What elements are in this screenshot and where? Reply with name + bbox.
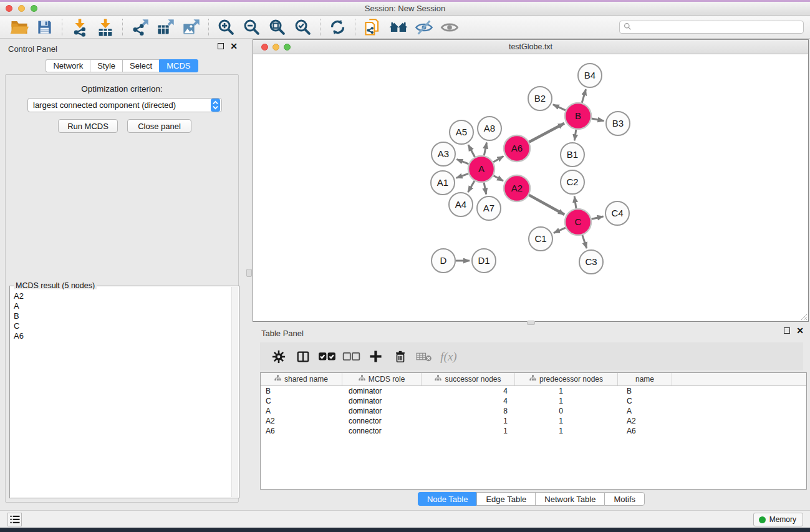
- edge-A-A8[interactable]: [484, 143, 486, 156]
- save-session-icon[interactable]: [32, 17, 57, 37]
- node-B[interactable]: B: [565, 103, 591, 129]
- edge-A-A7[interactable]: [484, 183, 486, 195]
- node-C2[interactable]: C2: [561, 170, 584, 194]
- edge-B-B3[interactable]: [592, 118, 604, 121]
- optimization-criterion-select[interactable]: largest connected component (directed): [27, 98, 222, 112]
- task-history-button[interactable]: [7, 513, 22, 526]
- resize-grip[interactable]: [800, 313, 808, 321]
- network-minimize-button[interactable]: [272, 44, 279, 51]
- float-table-panel-icon[interactable]: [784, 327, 790, 334]
- close-window-button[interactable]: [6, 5, 12, 12]
- show-all-icon[interactable]: [436, 17, 462, 37]
- column-header-shared-name[interactable]: shared name: [261, 373, 342, 385]
- node-A4[interactable]: A4: [449, 193, 473, 216]
- tab-network[interactable]: Network: [46, 59, 90, 72]
- node-A1[interactable]: A1: [431, 171, 455, 195]
- node-C[interactable]: C: [565, 209, 591, 235]
- select-all-icon[interactable]: [315, 346, 339, 368]
- tab-style[interactable]: Style: [90, 59, 122, 72]
- edge-B-B1[interactable]: [574, 130, 576, 140]
- edge-C-C3[interactable]: [582, 235, 587, 248]
- delete-column-icon[interactable]: [388, 346, 412, 368]
- table-row[interactable]: A2connector11A2: [261, 416, 806, 426]
- edge-A-A4[interactable]: [468, 181, 475, 192]
- zoom-fit-icon[interactable]: [264, 17, 290, 37]
- run-mcds-button[interactable]: Run MCDS: [58, 119, 118, 133]
- network-maximize-button[interactable]: [284, 44, 291, 51]
- close-panel-icon[interactable]: ✕: [230, 43, 238, 49]
- edge-C-C2[interactable]: [574, 196, 576, 208]
- node-B1[interactable]: B1: [561, 143, 584, 167]
- edge-A-A3[interactable]: [456, 159, 468, 164]
- edge-C-C4[interactable]: [591, 216, 603, 219]
- minimize-window-button[interactable]: [18, 5, 25, 12]
- zoom-out-icon[interactable]: [239, 17, 264, 37]
- import-network-icon[interactable]: [67, 17, 92, 37]
- mcds-result-item[interactable]: B: [14, 311, 231, 321]
- node-B3[interactable]: B3: [606, 112, 630, 135]
- column-header-name[interactable]: name: [618, 373, 672, 385]
- tab-select[interactable]: Select: [122, 59, 159, 72]
- node-A7[interactable]: A7: [477, 196, 501, 220]
- export-image-icon[interactable]: [178, 17, 204, 37]
- export-network-icon[interactable]: [127, 17, 153, 37]
- table-row[interactable]: A6connector11A6: [261, 426, 806, 436]
- close-table-panel-icon[interactable]: ✕: [796, 327, 804, 334]
- mcds-result-item[interactable]: A6: [14, 331, 231, 341]
- mcds-result-item[interactable]: C: [14, 321, 231, 331]
- edge-A-A2[interactable]: [493, 176, 503, 181]
- close-panel-button[interactable]: Close panel: [127, 119, 191, 133]
- mcds-result-item[interactable]: A2: [14, 291, 231, 301]
- edge-A6-B[interactable]: [529, 123, 564, 142]
- open-session-icon[interactable]: [6, 17, 32, 37]
- table-row[interactable]: Adominator80A: [261, 406, 806, 416]
- edge-B-B4[interactable]: [582, 89, 586, 103]
- edge-A-A6[interactable]: [493, 157, 503, 162]
- column-header-MCDS-role[interactable]: MCDS role: [342, 373, 422, 385]
- table-row[interactable]: Bdominator41B: [261, 386, 806, 396]
- search-box[interactable]: [619, 21, 804, 34]
- node-C1[interactable]: C1: [529, 227, 552, 251]
- column-header-successor-nodes[interactable]: successor nodes: [422, 373, 515, 385]
- node-B4[interactable]: B4: [578, 64, 602, 87]
- memory-button[interactable]: Memory: [753, 513, 803, 526]
- tab-node-table[interactable]: Node Table: [418, 492, 477, 506]
- mcds-result-item[interactable]: A: [14, 301, 231, 311]
- table-row[interactable]: Cdominator41C: [261, 396, 806, 406]
- network-canvas[interactable]: B4B2BB3B1A5A8A6A3AA1C2A2A4A7C4CC1C3DD1: [253, 55, 808, 321]
- import-table-icon[interactable]: [92, 17, 118, 37]
- home-view-icon[interactable]: [385, 17, 411, 37]
- node-A[interactable]: A: [468, 156, 494, 182]
- edge-A2-C[interactable]: [529, 195, 564, 215]
- node-A5[interactable]: A5: [450, 120, 473, 144]
- mcds-result-list[interactable]: A2ABCA6: [11, 289, 231, 497]
- tab-mcds[interactable]: MCDS: [159, 59, 198, 72]
- node-D1[interactable]: D1: [472, 249, 496, 273]
- zoom-selected-icon[interactable]: [290, 17, 316, 37]
- node-C3[interactable]: C3: [579, 250, 603, 274]
- node-A3[interactable]: A3: [432, 142, 455, 166]
- tab-motifs[interactable]: Motifs: [604, 492, 645, 506]
- export-table-icon[interactable]: [153, 17, 178, 37]
- vertical-split-handle[interactable]: [246, 269, 252, 277]
- node-B2[interactable]: B2: [528, 87, 552, 110]
- mcds-list-scrollbar[interactable]: [231, 287, 238, 497]
- column-header-predecessor-nodes[interactable]: predecessor nodes: [515, 373, 618, 385]
- network-close-button[interactable]: [261, 44, 268, 51]
- search-input[interactable]: [634, 23, 799, 32]
- float-panel-icon[interactable]: [218, 43, 224, 49]
- node-A2[interactable]: A2: [504, 175, 530, 201]
- node-A8[interactable]: A8: [478, 117, 501, 140]
- edge-C-C1[interactable]: [554, 228, 566, 233]
- add-column-icon[interactable]: [364, 346, 388, 368]
- deselect-all-icon[interactable]: [339, 346, 364, 368]
- tab-edge-table[interactable]: Edge Table: [476, 492, 535, 506]
- zoom-in-icon[interactable]: [213, 17, 239, 37]
- delete-table-icon[interactable]: [412, 346, 436, 368]
- settings-icon[interactable]: [266, 346, 291, 368]
- maximize-window-button[interactable]: [31, 5, 37, 12]
- edge-A-A1[interactable]: [456, 173, 469, 178]
- node-D[interactable]: D: [432, 249, 455, 273]
- edge-B-B2[interactable]: [553, 105, 566, 110]
- hide-selected-icon[interactable]: [411, 17, 436, 37]
